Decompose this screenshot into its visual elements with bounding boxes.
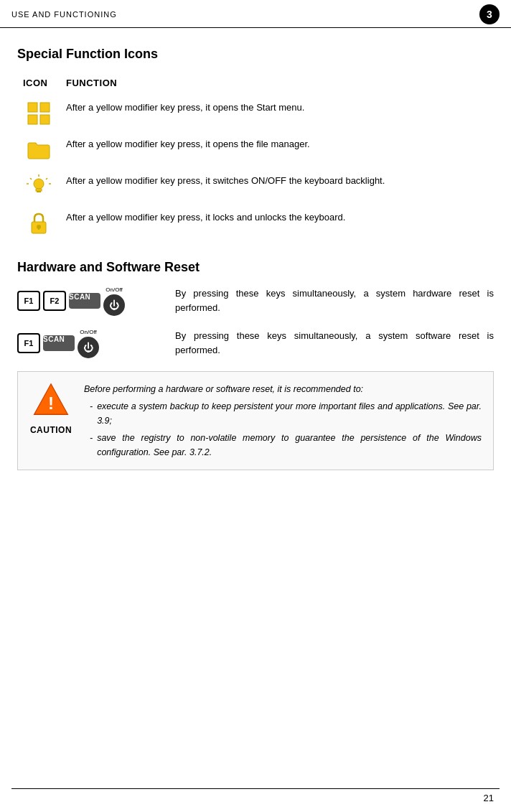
main-content: Special Function Icons ICON FUNCTION <box>0 28 511 483</box>
svg-rect-2 <box>28 115 37 124</box>
backlight-desc: After a yellow modifier key press, it sw… <box>60 169 494 206</box>
svg-rect-14 <box>38 227 39 230</box>
caution-list: execute a system backup to keep persiste… <box>84 399 482 459</box>
svg-rect-1 <box>40 103 50 112</box>
table-row: After a yellow modifier key press, it sw… <box>17 169 494 206</box>
caution-icon-area: ! CAUTION <box>29 382 72 435</box>
col-icon-header: ICON <box>17 73 60 96</box>
scan-key: SCAN <box>43 335 75 351</box>
svg-line-8 <box>30 178 32 179</box>
table-row: After a yellow modifier key press, it lo… <box>17 206 494 243</box>
chapter-badge: 3 <box>479 4 500 24</box>
software-reset-row: F1 SCAN On/Off ⏻ By pressing these keys … <box>17 329 494 358</box>
caution-box: ! CAUTION Before performing a hardware o… <box>17 371 494 470</box>
reset-section-title: Hardware and Software Reset <box>17 260 494 275</box>
backlight-icon <box>26 191 52 202</box>
power-label: On/Off <box>106 286 122 293</box>
table-row: After a yellow modifier key press, it op… <box>17 96 494 133</box>
f1-key: F1 <box>17 291 40 311</box>
svg-rect-10 <box>36 189 42 191</box>
svg-line-6 <box>46 178 47 179</box>
hardware-reset-keys: F1 F2 SCAN On/Off ⏻ <box>17 286 175 316</box>
scan-key: SCAN <box>69 293 100 309</box>
svg-rect-11 <box>37 191 41 192</box>
software-reset-keys: F1 SCAN On/Off ⏻ <box>17 329 175 358</box>
lock-icon <box>26 228 52 238</box>
start-menu-icon <box>26 118 52 129</box>
special-function-title: Special Function Icons <box>17 47 494 62</box>
file-manager-icon <box>26 154 52 165</box>
lock-desc: After a yellow modifier key press, it lo… <box>60 206 494 243</box>
table-row: After a yellow modifier key press, it op… <box>17 133 494 169</box>
page-number: 21 <box>484 793 494 803</box>
hardware-reset-desc: By pressing these keys simultaneously, a… <box>175 286 494 315</box>
svg-rect-0 <box>28 103 37 112</box>
list-item: save the registry to non-volatile memory… <box>90 431 482 459</box>
svg-rect-3 <box>40 115 50 124</box>
icon-table: ICON FUNCTION After a yello <box>17 73 494 243</box>
caution-text: Before performing a hardware or software… <box>84 382 482 459</box>
power-key: ⏻ <box>103 294 125 316</box>
start-menu-desc: After a yellow modifier key press, it op… <box>60 96 494 133</box>
power-key-wrapper: On/Off ⏻ <box>78 329 99 358</box>
caution-intro: Before performing a hardware or software… <box>84 384 363 394</box>
power-label: On/Off <box>80 329 96 335</box>
caution-triangle-icon: ! <box>32 382 70 416</box>
caution-label: CAUTION <box>30 425 72 435</box>
f2-key: F2 <box>43 291 66 311</box>
software-reset-desc: By pressing these keys simultaneously, a… <box>175 329 494 358</box>
hardware-reset-row: F1 F2 SCAN On/Off ⏻ By pressing these ke… <box>17 286 494 316</box>
list-item: execute a system backup to keep persiste… <box>90 399 482 428</box>
power-key-wrapper: On/Off ⏻ <box>103 286 125 316</box>
page-footer: 21 <box>484 793 494 803</box>
file-manager-desc: After a yellow modifier key press, it op… <box>60 133 494 169</box>
footer-line <box>11 788 500 789</box>
svg-point-4 <box>34 179 44 189</box>
page-header: USE AND FUNCTIONING 3 <box>0 0 511 28</box>
f1-key: F1 <box>17 333 40 353</box>
svg-text:!: ! <box>48 393 54 413</box>
power-key: ⏻ <box>78 337 99 358</box>
col-function-header: FUNCTION <box>60 73 494 96</box>
header-title: USE AND FUNCTIONING <box>11 10 117 19</box>
reset-section: Hardware and Software Reset F1 F2 SCAN O… <box>17 260 494 470</box>
